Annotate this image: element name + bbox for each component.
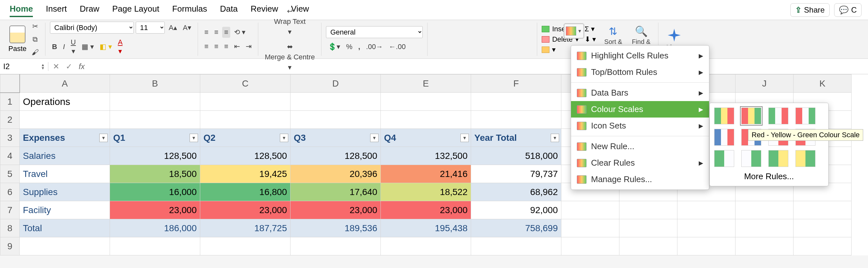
- cell-total[interactable]: 518,000: [471, 147, 561, 165]
- filter-button-0[interactable]: ▼: [99, 134, 108, 142]
- paste-button[interactable]: Paste: [8, 26, 26, 53]
- colour-scale-swatch-9[interactable]: [741, 150, 761, 167]
- cf-item-top-bottom-rules[interactable]: Top/Bottom Rules▶: [571, 64, 709, 80]
- cell-data[interactable]: 23,000: [110, 201, 200, 219]
- align-bottom-button[interactable]: ≡: [222, 27, 230, 38]
- copy-button[interactable]: ⧉: [30, 34, 41, 45]
- colour-scale-swatch-4[interactable]: [714, 129, 734, 145]
- more-rules-button[interactable]: More Rules...: [714, 167, 824, 182]
- column-header-J[interactable]: J: [736, 75, 794, 93]
- name-box[interactable]: I2 ▲▼: [0, 62, 49, 71]
- filter-button-5[interactable]: ▼: [551, 134, 559, 142]
- cell-total-q[interactable]: 186,000: [110, 219, 200, 237]
- row-header-4[interactable]: 4: [0, 147, 20, 165]
- share-button[interactable]: ⇪Share: [790, 3, 830, 17]
- filter-button-3[interactable]: ▼: [370, 134, 378, 142]
- cf-item-data-bars[interactable]: Data Bars▶: [571, 85, 709, 101]
- increase-font-button[interactable]: A▴: [167, 22, 179, 33]
- column-header-F[interactable]: F: [471, 75, 561, 93]
- row-label-travel[interactable]: Travel: [20, 165, 110, 183]
- underline-button[interactable]: U ▾: [69, 37, 78, 57]
- align-left-button[interactable]: ≡: [203, 41, 211, 52]
- currency-button[interactable]: 💲▾: [326, 41, 342, 52]
- row-header-1[interactable]: 1: [0, 93, 20, 111]
- cell-F2[interactable]: [471, 111, 561, 129]
- cell-total[interactable]: 79,737: [471, 165, 561, 183]
- cell-data[interactable]: 132,500: [381, 147, 471, 165]
- cell-data[interactable]: 16,800: [200, 183, 290, 201]
- header-q4[interactable]: Q4▼: [381, 129, 471, 147]
- colour-scale-swatch-3[interactable]: [796, 108, 815, 124]
- cell-data[interactable]: 128,500: [200, 147, 290, 165]
- column-header-A[interactable]: A: [20, 75, 110, 93]
- cell-data[interactable]: 23,000: [290, 201, 381, 219]
- format-painter-button[interactable]: 🖌: [30, 47, 41, 58]
- cell-data[interactable]: 18,522: [381, 183, 471, 201]
- row-label-total[interactable]: Total: [20, 219, 110, 237]
- filter-button-2[interactable]: ▼: [280, 134, 288, 142]
- colour-scale-swatch-11[interactable]: [796, 150, 815, 167]
- cell-total-q[interactable]: 195,438: [381, 219, 471, 237]
- row-label-salaries[interactable]: Salaries: [20, 147, 110, 165]
- conditional-formatting-button[interactable]: ▼: [564, 23, 584, 39]
- cf-item-colour-scales[interactable]: Colour Scales▶: [571, 101, 709, 117]
- menu-tab-page-layout[interactable]: Page Layout: [112, 4, 159, 17]
- column-header-B[interactable]: B: [110, 75, 200, 93]
- cell-data[interactable]: 19,425: [200, 165, 290, 183]
- cell-A2[interactable]: [20, 111, 110, 129]
- wrap-text-button[interactable]: ↩Wrap Text ▾: [263, 6, 317, 37]
- enter-formula-button[interactable]: ✓: [66, 62, 72, 71]
- colour-scale-swatch-0[interactable]: [714, 108, 734, 124]
- cell-C2[interactable]: [200, 111, 290, 129]
- row-header-7[interactable]: 7: [0, 201, 20, 219]
- select-all-corner[interactable]: [0, 75, 20, 93]
- cell-B2[interactable]: [110, 111, 200, 129]
- filter-button-1[interactable]: ▼: [190, 134, 198, 142]
- header-q3[interactable]: Q3▼: [290, 129, 381, 147]
- cell-total[interactable]: 92,000: [471, 201, 561, 219]
- align-center-button[interactable]: ≡: [212, 41, 220, 52]
- header-year-total[interactable]: Year Total▼: [471, 129, 561, 147]
- row-header-6[interactable]: 6: [0, 183, 20, 201]
- header-q2[interactable]: Q2▼: [200, 129, 290, 147]
- italic-button[interactable]: I: [61, 41, 67, 52]
- column-header-C[interactable]: C: [200, 75, 290, 93]
- fill-button[interactable]: ⬇ ▾: [585, 35, 596, 44]
- menu-tab-data[interactable]: Data: [220, 4, 238, 17]
- cell-A1[interactable]: Operations: [20, 93, 110, 111]
- font-color-button[interactable]: A ▾: [116, 37, 124, 57]
- decrease-indent-button[interactable]: ⇤: [232, 41, 242, 52]
- cell-data[interactable]: 20,396: [290, 165, 381, 183]
- decrease-font-button[interactable]: A▾: [181, 22, 193, 33]
- cf-item-highlight-cells-rules[interactable]: Highlight Cells Rules▶: [571, 48, 709, 64]
- row-header-2[interactable]: 2: [0, 111, 20, 129]
- formula-input[interactable]: [89, 61, 868, 72]
- align-right-button[interactable]: ≡: [222, 41, 230, 52]
- row-header-8[interactable]: 8: [0, 219, 20, 237]
- comments-button[interactable]: 💬C: [834, 3, 862, 17]
- cell-data[interactable]: 23,000: [381, 201, 471, 219]
- cf-item-new-rule-[interactable]: New Rule...: [571, 138, 709, 155]
- font-name-select[interactable]: Calibri (Body): [50, 22, 134, 33]
- percent-button[interactable]: %: [344, 41, 354, 52]
- cf-item-icon-sets[interactable]: Icon Sets▶: [571, 117, 709, 134]
- decrease-decimal-button[interactable]: ←.00: [387, 41, 408, 52]
- font-size-select[interactable]: 11: [136, 22, 165, 33]
- header-expenses[interactable]: Expenses▼: [20, 129, 110, 147]
- cf-item-clear-rules[interactable]: Clear Rules▶: [571, 155, 709, 171]
- bold-button[interactable]: B: [50, 41, 59, 52]
- borders-button[interactable]: ▦ ▾: [80, 41, 96, 52]
- cell-data[interactable]: 128,500: [110, 147, 200, 165]
- align-top-button[interactable]: ≡: [203, 27, 211, 38]
- cell-E2[interactable]: [381, 111, 471, 129]
- cell-D2[interactable]: [290, 111, 381, 129]
- increase-decimal-button[interactable]: .00→: [364, 41, 385, 52]
- number-format-select[interactable]: General: [326, 26, 423, 38]
- row-header-3[interactable]: 3: [0, 129, 20, 147]
- fill-color-button[interactable]: ◧ ▾: [98, 41, 114, 52]
- row-header-5[interactable]: 5: [0, 165, 20, 183]
- row-header-9[interactable]: 9: [0, 237, 20, 256]
- cell-data[interactable]: 17,640: [290, 183, 381, 201]
- name-box-spinner[interactable]: ▲▼: [41, 63, 45, 70]
- comma-button[interactable]: ,: [356, 41, 362, 52]
